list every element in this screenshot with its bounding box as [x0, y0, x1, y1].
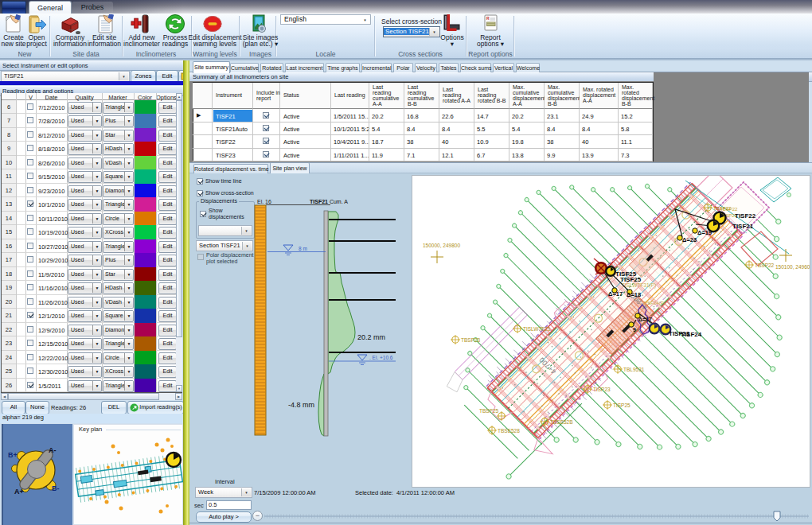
svg-text:B-: B- [52, 484, 60, 492]
svg-text:TBSP23: TBSP23 [461, 337, 481, 343]
svg-text:9: 9 [633, 327, 636, 332]
svg-text:TISF24(P): TISF24(P) [643, 301, 666, 305]
svg-text:TISF22: TISF22 [735, 212, 756, 220]
svg-text:TBSP22: TBSP22 [720, 207, 738, 212]
svg-text:. El. +10.6: . El. +10.6 [369, 355, 393, 360]
svg-text:8 m: 8 m [299, 246, 307, 251]
svg-text:150100, 249600: 150100, 249600 [775, 264, 810, 270]
svg-text:TBSP25: TBSP25 [479, 408, 499, 414]
svg-text:TISF21 Cum. A: TISF21 Cum. A [310, 199, 348, 204]
svg-text:TISLWTF31(P): TISLWTF31(P) [622, 282, 656, 289]
svg-text:Δ=23: Δ=23 [682, 236, 697, 243]
svg-text:TISF24: TISF24 [681, 331, 702, 338]
svg-text:El. 16: El. 16 [257, 199, 271, 204]
svg-text:20.2 mm: 20.2 mm [357, 333, 385, 341]
svg-text:A-: A- [49, 446, 57, 454]
svg-text:TBSE528: TBSE528 [498, 428, 520, 434]
svg-text:TBSE52B: TBSE52B [550, 419, 573, 425]
svg-text:Δ=17: Δ=17 [638, 317, 652, 322]
svg-text:Δ=18: Δ=18 [627, 291, 641, 298]
svg-text:R: R [486, 16, 490, 21]
svg-text:TBL9531: TBL9531 [623, 367, 645, 372]
svg-text:TISP23: TISP23 [593, 387, 611, 392]
svg-text:Δ=17: Δ=17 [608, 290, 623, 298]
svg-text:TBSP22: TBSP22 [755, 262, 775, 268]
svg-text:TISF25: TISF25 [620, 276, 642, 283]
svg-text:TISP25: TISP25 [613, 402, 630, 408]
svg-text:TISF21: TISF21 [732, 223, 754, 230]
svg-text:Δ=19: Δ=19 [697, 229, 712, 236]
svg-text:TISLWTF21: TISLWTF21 [523, 326, 551, 332]
svg-text:B+: B+ [8, 451, 18, 459]
svg-text:150000, 249800: 150000, 249800 [423, 243, 460, 248]
svg-text:A+: A+ [14, 488, 24, 496]
svg-text:-4.8 mm: -4.8 mm [288, 401, 314, 409]
